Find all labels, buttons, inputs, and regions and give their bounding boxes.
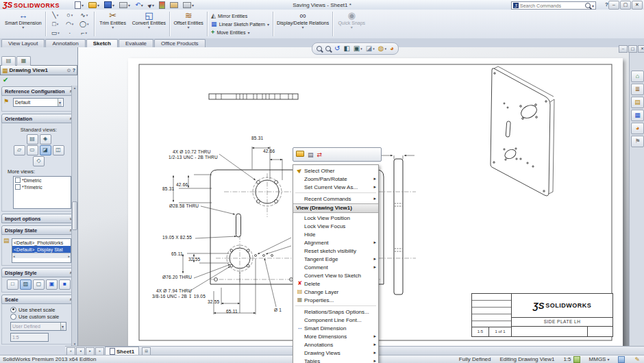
units-selector[interactable]: MMGS ▾ (589, 356, 610, 362)
line-tool-button[interactable]: ╲▾ (49, 11, 62, 20)
section-reference-configuration[interactable]: Reference Configuration « (1, 86, 76, 96)
hole-callout[interactable]: 4X Ø 10.72 THRU (173, 149, 211, 154)
dimension-text[interactable]: 65.11 (226, 309, 238, 314)
menu-item-annotations[interactable]: Annotations▸ (293, 340, 378, 349)
tab-office-products[interactable]: Office Products (154, 39, 206, 47)
checkbox-icon[interactable] (15, 177, 21, 183)
menu-item-lock-view-focus[interactable]: Lock View Focus (293, 222, 378, 230)
quick-tips-icon[interactable] (618, 356, 625, 363)
zoom-to-area-button[interactable] (325, 46, 331, 51)
tab-annotation[interactable]: Annotation (45, 39, 85, 47)
sheet-scale-status[interactable]: 1:5 (563, 356, 580, 363)
mirror-entities-button[interactable]: ◭Mirror Entities (211, 12, 269, 20)
tab-sketch[interactable]: Sketch (86, 39, 118, 47)
fillet-tool-button[interactable]: ⌐▾ (77, 29, 91, 38)
view-back-button[interactable]: ◈ (40, 134, 51, 145)
doc-minimize-button[interactable]: – (619, 45, 628, 53)
scrollbar-thumb[interactable] (72, 201, 77, 230)
section-orientation[interactable]: Orientation « (1, 114, 76, 123)
smart-dimension-button[interactable]: ↔ Smart Dimension ▾ (3, 10, 44, 38)
linear-sketch-pattern-button[interactable]: ▦Linear Sketch Pattern▾ (211, 21, 269, 28)
quick-snaps-button[interactable]: ◉ Quick Snaps ▾ (334, 10, 369, 38)
hidden-lines-removed-button[interactable]: ▢ (33, 279, 45, 290)
design-library-icon[interactable]: ≣ (631, 84, 644, 95)
section-scale[interactable]: Scale « (1, 295, 76, 304)
tab-view-layout[interactable]: View Layout (1, 39, 45, 47)
view-isometric-button[interactable]: ◇ (33, 156, 45, 166)
dimension-text[interactable]: 65.11 (171, 251, 183, 256)
menu-item-comment[interactable]: Comment▸ (293, 263, 378, 271)
convert-entities-button[interactable]: ◱ Convert Entities ▾ (130, 10, 168, 38)
configuration-select[interactable]: Default ▾ (13, 98, 64, 107)
hole-callout[interactable]: 1/2-13 UNC - 2B THRU (169, 155, 218, 160)
prev-sheet-button[interactable]: ◂ (76, 347, 85, 355)
menu-item-relations-snaps-options[interactable]: Relations/Snaps Options... (293, 308, 378, 316)
section-view-button[interactable]: ◧ (343, 45, 349, 53)
view-front-button[interactable]: ▤ (27, 134, 38, 145)
ok-button[interactable]: ✔ (0, 75, 77, 84)
add-sheet-button[interactable]: ▤ (142, 347, 151, 355)
point-tool-button[interactable]: · (63, 29, 77, 38)
view-left-button[interactable]: ▱ (14, 145, 25, 155)
open-drawing-icon[interactable]: ▤ (308, 151, 314, 159)
wireframe-style-button[interactable]: □ (7, 279, 18, 290)
hole-callout[interactable]: Ø28.58 THRU (169, 203, 199, 208)
dimension-text[interactable]: 19.05 X 82.55 (162, 235, 192, 240)
view-current-button[interactable]: ◪ (40, 145, 51, 155)
solidworks-resources-icon[interactable]: ⌂ (631, 71, 644, 82)
dimension-text[interactable]: 42.66 (263, 149, 275, 153)
file-properties-button[interactable]: ▾ (183, 2, 194, 8)
menu-item-tangent-edge[interactable]: Tangent Edge▸ (293, 255, 378, 263)
section-display-state[interactable]: Display State « (1, 225, 76, 235)
save-button[interactable]: ▾ (104, 1, 114, 8)
dimension-text[interactable]: 32.55 (188, 257, 200, 262)
zoom-to-fit-button[interactable] (317, 46, 322, 51)
circle-tool-button[interactable]: ○▾ (63, 11, 77, 20)
shaded-with-edges-button[interactable]: ▣ (46, 279, 58, 290)
slot-tool-button[interactable]: ▭▾ (49, 29, 62, 38)
arc-tool-button[interactable]: ◠▾ (63, 20, 77, 29)
hole-callout[interactable]: 4X Ø 7.94 THRU (156, 288, 192, 293)
menu-item-zoom-pan-rotate[interactable]: Zoom/Pan/Rotate ▸ (293, 175, 378, 183)
search-commands-box[interactable]: Ʒ ▾ (511, 1, 596, 10)
hide-show-items-button[interactable]: ◍▾ (378, 45, 386, 53)
appearances-scenes-icon[interactable]: ◕ (631, 123, 644, 134)
menu-item-drawing-views[interactable]: Drawing Views▸ (293, 349, 378, 357)
spline-tool-button[interactable]: ∿▾ (77, 11, 91, 20)
menu-item-change-layer[interactable]: ▤ Change Layer (293, 288, 378, 296)
hole-callout[interactable]: Ø76.20 THRU (162, 275, 192, 279)
menu-item-delete[interactable]: ✘ Delete (293, 279, 378, 288)
menu-item-lock-view-position[interactable]: Lock View Position (293, 214, 378, 222)
menu-item-alignment[interactable]: Alignment▸ (293, 238, 378, 247)
menu-item-hide[interactable]: Hide (293, 230, 378, 238)
ellipse-tool-button[interactable]: ◯▾ (77, 20, 91, 29)
menu-item-convert-view-to-sketch[interactable]: Convert View to Sketch (293, 271, 378, 279)
checkbox-icon[interactable] (15, 184, 21, 190)
close-button[interactable]: ✕ (632, 1, 643, 10)
hole-callout[interactable]: 3/8-16 UNC - 2B ↧ 19.05 (152, 294, 206, 299)
panel-scrollbar[interactable]: ▴ ▾ (71, 86, 77, 346)
open-part-icon[interactable] (296, 151, 304, 159)
dimension-text[interactable]: 32.55 (208, 299, 219, 304)
view-right-button[interactable]: ▭ (27, 145, 38, 155)
trim-entities-button[interactable]: ✂ Trim Entities ▾ (96, 10, 130, 38)
offset-entities-button[interactable]: ≋ Offset Entities ▾ (171, 10, 206, 38)
undo-button[interactable]: ↶▾ (135, 2, 143, 8)
previous-view-button[interactable]: ↺ (334, 45, 340, 53)
horizontal-scrollbar[interactable]: ◂▸ (12, 253, 71, 258)
search-input[interactable] (520, 3, 584, 9)
move-entities-button[interactable]: +Move Entities▾ (211, 29, 269, 36)
hidden-lines-visible-button[interactable]: ▨ (20, 279, 32, 290)
menu-item-reset-sketch-visibility[interactable]: Reset sketch visibility (293, 247, 378, 255)
edit-sketch-icon[interactable]: ✎ (634, 356, 640, 363)
view-orientation-button[interactable]: ▣▾ (354, 45, 362, 53)
rebuild-button[interactable] (159, 1, 165, 9)
alignment-grid-icon[interactable]: ⇄ (317, 151, 323, 159)
use-custom-scale-radio[interactable]: Use custom scale (10, 313, 74, 320)
view-top-button[interactable]: ◫ (53, 145, 64, 155)
scroll-left-icon[interactable]: ◂ (13, 254, 15, 258)
view-option-dimetric[interactable]: *Dimetric (14, 177, 71, 184)
pm-help-icon[interactable]: ? (73, 68, 75, 73)
menu-item-tables[interactable]: Tables▸ (293, 357, 378, 363)
doc-restore-button[interactable]: ▢ (628, 45, 637, 53)
